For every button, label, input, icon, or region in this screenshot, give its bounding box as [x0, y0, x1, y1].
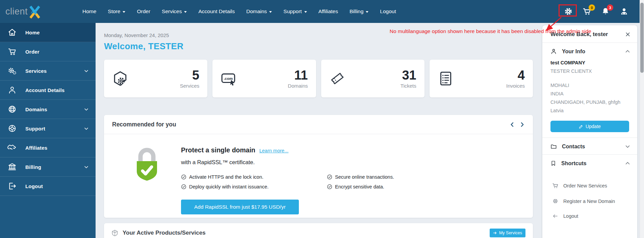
- account-menu-button[interactable]: [620, 7, 628, 16]
- carousel-next-button[interactable]: [519, 122, 525, 127]
- sidebar-label: Support: [25, 126, 45, 131]
- caret-down-icon: [123, 11, 125, 13]
- main-nav: Home Store Order Services Account Detail…: [82, 8, 396, 14]
- nav-services[interactable]: Services: [162, 8, 187, 14]
- nav-store[interactable]: Store: [108, 8, 125, 14]
- sidebar-item-logout[interactable]: Logout: [0, 177, 96, 196]
- notification-badge: 3: [607, 4, 613, 11]
- recommended-panel: Recommended for you Protect a single dom…: [104, 115, 533, 218]
- user-icon: [620, 7, 628, 16]
- caret-down-icon: [269, 11, 272, 13]
- nav-billing[interactable]: Billing: [350, 8, 368, 14]
- company-name: test COMPANY: [550, 60, 629, 65]
- shortcut-order-new-services[interactable]: Order New Services: [552, 183, 637, 189]
- stat-label: Domains: [288, 83, 308, 89]
- caret-down-icon: [366, 11, 368, 13]
- welcome-prefix: Welcome,: [104, 41, 146, 51]
- gears-icon: [7, 66, 17, 75]
- shortcut-list: Order New Services Register a New Domain…: [542, 171, 637, 232]
- notifications-button[interactable]: 3: [601, 7, 610, 16]
- stat-card-services[interactable]: 5 Services: [104, 60, 207, 97]
- stat-label: Invoices: [506, 83, 525, 89]
- feature-text: Activate HTTPS and the lock icon.: [189, 174, 263, 180]
- check-circle-icon: [181, 174, 186, 180]
- recommended-body: Protect a single domain Learn more... wi…: [104, 134, 533, 214]
- stat-value: 4: [506, 69, 525, 82]
- nav-home[interactable]: Home: [82, 8, 96, 14]
- stat-card-tickets[interactable]: 31 Tickets: [321, 60, 424, 97]
- feature-item: Activate HTTPS and the lock icon.: [181, 174, 327, 180]
- products-box-icon: [111, 229, 118, 237]
- caret-down-icon: [184, 11, 187, 13]
- nav-logout[interactable]: Logout: [380, 8, 396, 14]
- page-scrollbar[interactable]: [640, 0, 644, 238]
- sidebar: Home Order Services Account Details Doma…: [0, 23, 96, 238]
- chevron-down-icon: [84, 126, 89, 131]
- tickets-stat-icon: [329, 70, 345, 87]
- sidebar-item-services[interactable]: Services: [0, 61, 96, 81]
- nav-support[interactable]: Support: [283, 8, 307, 14]
- update-button[interactable]: Update: [550, 121, 629, 132]
- arrow-left-icon: [552, 213, 559, 219]
- promo-subheading: with a RapidSSL™ certificate.: [181, 159, 394, 166]
- active-products-title: Your Active Products/Services: [123, 230, 206, 236]
- add-rapidssl-button[interactable]: Add RapidSSL from just $17.95 USD/yr: [181, 200, 299, 214]
- cart-button[interactable]: 0: [583, 7, 591, 16]
- sidebar-label: Services: [25, 68, 47, 74]
- main-content: Monday, November 24, 2025 Welcome, TESTE…: [96, 23, 540, 238]
- account-name: TESTER CLIENTX: [550, 68, 629, 74]
- update-label: Update: [586, 124, 601, 129]
- sidebar-item-order[interactable]: Order: [0, 42, 96, 61]
- home-icon: [7, 28, 17, 37]
- your-info-title: Your Info: [562, 49, 585, 55]
- nav-domains[interactable]: Domains: [246, 8, 272, 14]
- welcome-heading: Welcome, TESTER: [104, 41, 533, 52]
- address-block: MOHALI INDIA CHANDIGADH, PUNJAB, ghfgh L…: [550, 81, 629, 115]
- nav-affiliates[interactable]: Affiliates: [318, 8, 338, 14]
- nav-label: Account Details: [198, 8, 235, 14]
- sidebar-item-affiliates[interactable]: Affiliates: [0, 138, 96, 157]
- stat-text: 4 Invoices: [506, 69, 525, 89]
- feature-item: Deploy quickly with instant issuance.: [181, 184, 327, 189]
- carousel-prev-button[interactable]: [510, 122, 515, 127]
- sidebar-item-domains[interactable]: Domains: [0, 100, 96, 119]
- person-icon: [550, 48, 557, 55]
- sidebar-item-support[interactable]: Support: [0, 119, 96, 138]
- your-info-body: test COMPANY TESTER CLIENTX MOHALI INDIA…: [542, 59, 637, 132]
- globe-icon: [7, 105, 17, 114]
- your-info-section-header[interactable]: Your Info: [542, 43, 637, 59]
- stat-card-invoices[interactable]: 4 Invoices: [430, 60, 533, 97]
- shortcut-logout[interactable]: Logout: [552, 213, 637, 219]
- shortcut-label: Register a New Domain: [563, 199, 615, 204]
- address-line: MOHALI: [550, 81, 629, 90]
- recommended-title: Recommended for you: [112, 121, 176, 128]
- stat-card-domains[interactable]: .com 11 Domains: [212, 60, 316, 97]
- sidebar-item-account-details[interactable]: Account Details: [0, 81, 96, 100]
- learn-more-link[interactable]: Learn more...: [259, 148, 288, 153]
- stat-value: 11: [288, 69, 308, 82]
- address-line: Latvia: [550, 107, 629, 115]
- shortcut-register-domain[interactable]: Register a New Domain: [552, 198, 637, 204]
- stat-value: 31: [401, 69, 416, 82]
- check-circle-icon: [327, 184, 332, 189]
- nav-label: Services: [162, 8, 182, 14]
- sidebar-label: Billing: [25, 164, 41, 170]
- contacts-section-header[interactable]: Contacts: [542, 138, 637, 154]
- invoices-stat-icon: [438, 70, 454, 87]
- scrollbar-thumb[interactable]: [640, 3, 644, 73]
- logo-x-icon: [27, 4, 43, 20]
- close-icon[interactable]: [625, 32, 630, 37]
- promo-heading: Protect a single domain: [181, 146, 255, 154]
- my-services-button[interactable]: My Services: [490, 229, 525, 237]
- person-icon: [7, 86, 17, 94]
- sidebar-item-billing[interactable]: Billing: [0, 157, 96, 177]
- recommended-text: Protect a single domain Learn more... wi…: [181, 146, 394, 214]
- nav-order[interactable]: Order: [137, 8, 150, 14]
- shortcuts-section-header[interactable]: Shortcuts: [542, 155, 637, 171]
- sidebar-item-home[interactable]: Home: [0, 23, 96, 42]
- nav-label: Billing: [350, 8, 363, 14]
- nav-account-details[interactable]: Account Details: [198, 8, 235, 14]
- domains-stat-icon: .com: [221, 70, 237, 87]
- clientx-logo[interactable]: client: [5, 3, 49, 20]
- cart-icon: [552, 183, 559, 189]
